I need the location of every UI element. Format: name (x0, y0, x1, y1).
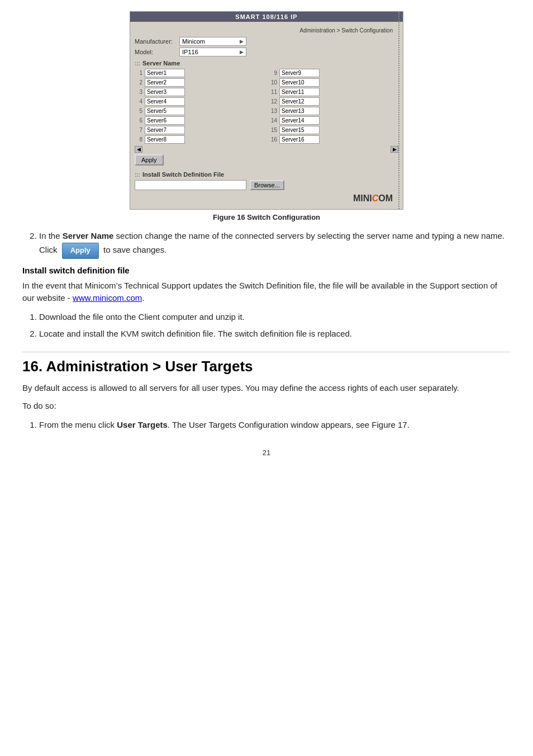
server-name-input[interactable] (145, 88, 185, 96)
ss-title-bar: SMART 108/116 IP (130, 12, 403, 22)
server-row: 7 (135, 126, 264, 134)
server-number: 2 (135, 79, 142, 86)
inline-apply-button[interactable]: Apply (62, 243, 99, 259)
server-name-input[interactable] (279, 69, 320, 77)
server-row: 16 (269, 135, 398, 144)
server-name-input[interactable] (279, 107, 320, 115)
server-right-column: 910111213141516 (269, 69, 398, 144)
server-number: 14 (269, 117, 277, 124)
server-row: 4 (135, 97, 264, 106)
server-number: 9 (269, 70, 277, 76)
server-row: 11 (269, 88, 398, 96)
server-number: 1 (135, 70, 142, 76)
section16-heading: 16. Administration > User Targets (22, 352, 511, 375)
server-left-column: 12345678 (135, 69, 264, 144)
server-name-section-header: Server Name (135, 60, 398, 67)
step-2-item: In the Server Name section change the na… (39, 229, 511, 259)
logo-c-icon: C (372, 193, 379, 204)
server-name-input[interactable] (145, 78, 185, 87)
server-row: 1 (135, 69, 264, 77)
server-name-input[interactable] (145, 69, 185, 77)
step2-end: to save changes. (101, 245, 167, 254)
user-targets-bold: User Targets (117, 420, 168, 429)
server-row: 10 (269, 78, 398, 87)
server-number: 4 (135, 98, 142, 105)
step2-bold: Server Name (63, 231, 114, 240)
minicom-logo: MINICOM (353, 193, 393, 204)
install-steps-list: Download the file onto the Client comput… (39, 310, 511, 341)
step2-prefix: In the (39, 231, 63, 240)
section16-para1: By default access is allowed to all serv… (22, 382, 511, 395)
apply-button[interactable]: Apply (135, 154, 164, 166)
server-number: 11 (269, 89, 277, 95)
page-number: 21 (22, 448, 511, 474)
server-number: 10 (269, 79, 277, 86)
server-number: 6 (135, 117, 142, 124)
server-number: 5 (135, 108, 142, 114)
scroll-left-button[interactable]: ◀ (135, 146, 142, 153)
server-row: 3 (135, 88, 264, 96)
install-paragraph: In the event that Minicom’s Technical Su… (22, 280, 511, 305)
section16-list-item1: From the menu click User Targets. The Us… (39, 418, 511, 432)
install-section-header: Install Switch Definition File (135, 171, 398, 178)
manufacturer-field[interactable]: Minicom ▶ (179, 37, 246, 46)
server-name-input[interactable] (145, 135, 185, 144)
logo-mini: MINI (353, 193, 372, 204)
server-name-input[interactable] (145, 107, 185, 115)
server-name-input[interactable] (279, 135, 320, 144)
server-name-input[interactable] (279, 97, 320, 106)
figure-caption: Figure 16 Switch Configuration (22, 213, 511, 221)
breadcrumb: Administration > Switch Configuration (135, 27, 398, 34)
server-name-input[interactable] (279, 78, 320, 87)
manufacturer-arrow-icon: ▶ (240, 39, 244, 44)
server-row: 9 (269, 69, 398, 77)
server-number: 16 (269, 136, 277, 143)
install-step-2: Locate and install the KVM switch defini… (39, 327, 511, 341)
server-row: 14 (269, 116, 398, 125)
server-name-input[interactable] (145, 126, 185, 134)
scrollbar-row: ◀ ▶ (135, 146, 398, 153)
server-name-grid: 12345678 910111213141516 (135, 69, 398, 144)
server-name-input[interactable] (145, 116, 185, 125)
install-subheading: Install switch definition file (22, 266, 511, 275)
model-arrow-icon: ▶ (240, 49, 244, 55)
screenshot-container: SMART 108/116 IP Administration > Switch… (130, 11, 403, 210)
logo-om: OM (378, 193, 393, 204)
server-number: 7 (135, 127, 142, 133)
browse-button[interactable]: Browse... (250, 180, 284, 190)
server-row: 2 (135, 78, 264, 87)
server-name-input[interactable] (145, 97, 185, 106)
server-number: 8 (135, 136, 142, 143)
server-name-input[interactable] (279, 88, 320, 96)
section16-para2: To do so: (22, 400, 511, 413)
install-step-1: Download the file onto the Client comput… (39, 310, 511, 324)
model-label: Model: (135, 49, 179, 55)
server-row: 5 (135, 107, 264, 115)
server-number: 3 (135, 89, 142, 95)
server-row: 12 (269, 97, 398, 106)
server-row: 15 (269, 126, 398, 134)
browse-row: Browse... (135, 180, 398, 190)
server-row: 6 (135, 116, 264, 125)
server-row: 8 (135, 135, 264, 144)
model-field[interactable]: IP116 ▶ (179, 48, 246, 56)
server-row: 13 (269, 107, 398, 115)
steps-list: In the Server Name section change the na… (39, 229, 511, 259)
server-number: 15 (269, 127, 277, 133)
file-input[interactable] (135, 180, 246, 190)
logo-row: MINICOM (135, 193, 398, 204)
server-name-input[interactable] (279, 116, 320, 125)
scroll-right-button[interactable]: ▶ (391, 146, 398, 153)
manufacturer-label: Manufacturer: (135, 38, 179, 45)
server-number: 13 (269, 108, 277, 114)
minicom-link[interactable]: www.minicom.com (73, 293, 142, 303)
server-number: 12 (269, 98, 277, 105)
section16-list: From the menu click User Targets. The Us… (39, 418, 511, 432)
server-name-input[interactable] (279, 126, 320, 134)
